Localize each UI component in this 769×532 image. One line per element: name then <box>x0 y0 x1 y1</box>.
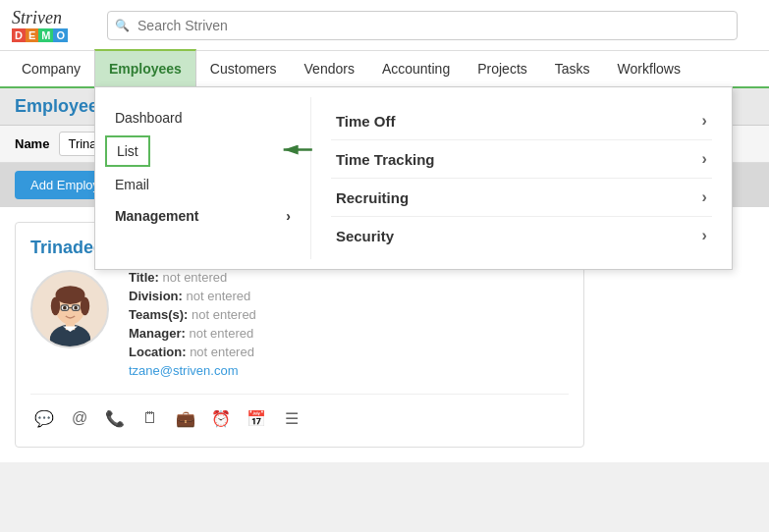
logo-text: Striven <box>12 8 68 28</box>
employees-dropdown-container: Employees Dashboard List <box>94 51 196 86</box>
employees-dropdown: Dashboard List Ema <box>94 86 733 270</box>
dropdown-list[interactable]: List <box>105 135 150 167</box>
nav-vendors[interactable]: Vendors <box>291 51 368 86</box>
nav-accounting[interactable]: Accounting <box>368 51 464 86</box>
svg-point-6 <box>50 296 59 315</box>
security-chevron: › <box>702 227 707 244</box>
detail-location: Location: not entered <box>129 345 569 359</box>
chat-icon[interactable]: 💬 <box>30 404 58 432</box>
demo-d: D <box>12 28 26 42</box>
dropdown-email[interactable]: Email <box>95 169 310 200</box>
dropdown-dashboard[interactable]: Dashboard <box>95 102 310 133</box>
security-label: Security <box>336 228 394 244</box>
manager-value: not entered <box>189 326 253 341</box>
nav-tasks[interactable]: Tasks <box>541 51 604 86</box>
main-nav: Company Employees Dashboard List <box>0 51 769 88</box>
search-input[interactable] <box>107 11 738 40</box>
phone-icon[interactable]: 📞 <box>101 404 129 432</box>
nav-employees[interactable]: Employees <box>94 49 196 86</box>
location-value: not entered <box>190 345 254 359</box>
nav-projects[interactable]: Projects <box>464 51 541 86</box>
demo-m: M <box>38 28 53 42</box>
logo-area: Striven D E M O <box>12 8 68 42</box>
svg-point-5 <box>55 286 84 304</box>
clock-icon[interactable]: ⏰ <box>207 404 235 432</box>
time-tracking-label: Time Tracking <box>336 151 435 168</box>
briefcase-icon[interactable]: 💼 <box>172 404 199 432</box>
dropdown-security[interactable]: Security › <box>331 217 712 254</box>
dropdown-time-off[interactable]: Time Off › <box>331 102 712 140</box>
document-icon[interactable]: 🗒 <box>137 404 164 432</box>
detail-manager: Manager: not entered <box>129 326 569 341</box>
dropdown-recruiting[interactable]: Recruiting › <box>331 179 712 217</box>
dropdown-right: Time Off › Time Tracking › Recruiting › … <box>311 97 732 259</box>
email-icon[interactable]: @ <box>66 404 93 432</box>
management-label: Management <box>115 208 199 224</box>
green-arrow-icon <box>267 138 316 165</box>
search-wrapper <box>107 11 738 40</box>
nav-customers[interactable]: Customers <box>196 51 291 86</box>
nav-workflows[interactable]: Workflows <box>604 51 694 86</box>
time-tracking-chevron: › <box>702 150 707 168</box>
avatar <box>30 270 109 348</box>
list-item-wrapper: List <box>95 133 310 169</box>
manager-label: Manager: <box>129 326 186 341</box>
svg-point-11 <box>74 305 78 309</box>
svg-point-10 <box>63 305 67 309</box>
teams-value: not entered <box>192 307 256 322</box>
time-off-label: Time Off <box>336 113 396 130</box>
email-link[interactable]: tzane@striven.com <box>129 363 238 378</box>
dropdown-left: Dashboard List Ema <box>95 97 311 259</box>
division-value: not entered <box>187 289 251 303</box>
demo-o: O <box>53 28 68 42</box>
header: Striven D E M O <box>0 0 769 51</box>
teams-label: Teams(s): <box>129 307 188 322</box>
list-icon[interactable]: ☰ <box>278 404 305 432</box>
recruiting-chevron: › <box>702 188 707 206</box>
employee-content: Title: not entered Division: not entered… <box>30 270 569 382</box>
svg-point-7 <box>80 296 88 315</box>
filter-name-label: Name <box>15 136 49 151</box>
search-bar <box>107 11 738 40</box>
detail-email: tzane@striven.com <box>129 363 569 378</box>
employee-details: Title: not entered Division: not entered… <box>129 270 569 382</box>
demo-badge: D E M O <box>12 28 68 42</box>
title-value: not entered <box>162 270 227 285</box>
recruiting-label: Recruiting <box>336 189 409 206</box>
calendar-icon[interactable]: 📅 <box>243 404 270 432</box>
detail-teams: Teams(s): not entered <box>129 307 569 322</box>
detail-title: Title: not entered <box>129 270 569 285</box>
management-arrow: › <box>286 208 291 224</box>
division-label: Division: <box>129 289 183 303</box>
time-off-chevron: › <box>702 112 707 130</box>
nav-company[interactable]: Company <box>8 51 94 86</box>
detail-division: Division: not entered <box>129 289 569 303</box>
employee-action-icons: 💬 @ 📞 🗒 💼 ⏰ 📅 ☰ <box>30 394 569 432</box>
demo-e: E <box>26 28 38 42</box>
title-label: Title: <box>129 270 159 285</box>
location-label: Location: <box>129 345 187 359</box>
dropdown-time-tracking[interactable]: Time Tracking › <box>331 140 712 179</box>
dropdown-management[interactable]: Management › <box>95 200 310 232</box>
